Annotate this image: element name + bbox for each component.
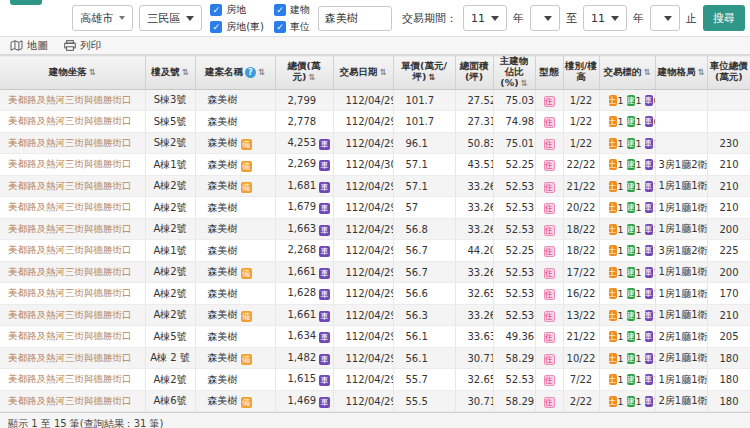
- total-price-value: 1,679: [288, 201, 317, 212]
- note-badge-icon[interactable]: 備: [241, 268, 252, 279]
- cell-building-unit: A棟2號: [145, 261, 195, 283]
- cell-location[interactable]: 美都路及熱河三街與德勝街口: [0, 175, 145, 197]
- search-button[interactable]: 搜尋: [703, 5, 745, 31]
- print-button[interactable]: 列印: [64, 39, 101, 53]
- column-header[interactable]: 建物格局⇅: [655, 56, 707, 90]
- note-badge-icon[interactable]: 備: [241, 354, 252, 365]
- cell-unit-price: 56.8: [393, 218, 455, 240]
- building-badge-icon: 建: [627, 116, 635, 127]
- cell-location[interactable]: 美都路及熱河三街與德勝街口: [0, 89, 145, 111]
- cell-total-price: 1,661車: [275, 261, 333, 283]
- to-month-select[interactable]: [650, 5, 680, 31]
- chevron-down-icon: [186, 16, 194, 21]
- note-badge-icon[interactable]: 備: [241, 161, 252, 172]
- land-badge-icon: 土: [609, 224, 617, 235]
- cell-total-area: 33.26: [455, 261, 493, 283]
- cell-location[interactable]: 美都路及熱河三街與德勝街口: [0, 369, 145, 391]
- transaction-targets: 土1建1車1: [603, 331, 652, 342]
- cell-location[interactable]: 美都路及熱河三街與德勝街口: [0, 111, 145, 133]
- chevron-down-icon: [544, 16, 552, 21]
- total-price-value: 1,661: [288, 309, 317, 320]
- from-month-select[interactable]: [530, 5, 560, 31]
- checkbox-building[interactable]: ✓ 建物: [274, 3, 310, 17]
- cell-layout: 2房1廳1衛: [655, 390, 707, 412]
- building-count: 1: [636, 202, 642, 213]
- table-body: 美都路及熱河三街與德勝街口S棟3號森美樹2,799112/04/29101.72…: [0, 89, 750, 412]
- cell-main-building-ratio: 52.53: [493, 261, 535, 283]
- column-header[interactable]: 建物坐落⇅: [0, 56, 145, 90]
- cell-location[interactable]: 美都路及熱河三街與德勝街口: [0, 304, 145, 326]
- total-price-value: 2,268: [288, 244, 317, 255]
- cell-building-type: 住: [535, 369, 563, 391]
- cell-building-type: 住: [535, 111, 563, 133]
- cell-main-building-ratio: 75.03: [493, 89, 535, 111]
- column-header[interactable]: 主建物 佔比(%)⇅: [493, 56, 535, 90]
- note-badge-icon[interactable]: 備: [241, 182, 252, 193]
- note-badge-icon[interactable]: 備: [241, 139, 252, 150]
- checkbox-label: 房地(車): [226, 20, 264, 34]
- cell-floor: 7/22: [563, 369, 599, 391]
- column-header[interactable]: 交易標的⇅: [599, 56, 655, 90]
- checkbox-housing-car[interactable]: ✓ 房地(車): [210, 20, 264, 34]
- chevron-down-icon: [664, 16, 672, 21]
- cell-location[interactable]: 美都路及熱河三街與德勝街口: [0, 326, 145, 348]
- cell-transaction-date: 112/04/29: [333, 347, 393, 369]
- column-header[interactable]: 樓及號⇅: [145, 56, 195, 90]
- checkbox-checked-icon: ✓: [210, 21, 222, 33]
- cell-building-type: 住: [535, 218, 563, 240]
- cell-layout: 2房1廳1衛: [655, 347, 707, 369]
- to-year-select[interactable]: 11: [583, 5, 627, 31]
- checkbox-housing[interactable]: ✓ 房地: [210, 3, 264, 17]
- note-badge-icon[interactable]: 備: [241, 397, 252, 408]
- cell-location[interactable]: 美都路及熱河三街與德勝街口: [0, 261, 145, 283]
- column-header-label: 樓別/樓高: [565, 60, 597, 82]
- transaction-targets: 土1建1車1: [603, 202, 652, 213]
- cell-transaction-targets: 土1建1車1: [599, 132, 655, 154]
- cell-building-type: 住: [535, 89, 563, 111]
- from-year-select[interactable]: 11: [463, 5, 507, 31]
- cell-main-building-ratio: 75.01: [493, 132, 535, 154]
- cell-location[interactable]: 美都路及熱河三街與德勝街口: [0, 240, 145, 262]
- cell-transaction-date: 112/04/29: [333, 111, 393, 133]
- note-badge-icon[interactable]: 備: [241, 311, 252, 322]
- land-count: 1: [618, 95, 624, 106]
- building-badge-icon: 建: [627, 310, 635, 321]
- car-included-badge-icon: 車: [319, 332, 330, 343]
- project-name: 森美樹: [208, 309, 238, 320]
- residential-type-badge-icon: 住: [544, 203, 555, 214]
- table-row: 美都路及熱河三街與德勝街口S棟5號森美樹2,778112/04/29101.72…: [0, 111, 750, 133]
- cell-location[interactable]: 美都路及熱河三街與德勝街口: [0, 347, 145, 369]
- column-header[interactable]: 總價(萬元)⇅: [275, 56, 333, 90]
- cell-layout: 1房1廳1衛: [655, 175, 707, 197]
- table-row: 美都路及熱河三街與德勝街口A棟1號森美樹備2,269車112/04/3057.1…: [0, 154, 750, 176]
- district-select[interactable]: 三民區: [139, 5, 202, 31]
- cell-total-area: 50.83: [455, 132, 493, 154]
- building-count: 1: [636, 310, 642, 321]
- cell-project-name: 森美樹: [195, 240, 275, 262]
- end-label: 止: [686, 11, 697, 26]
- cell-transaction-targets: 土1建1車1: [599, 154, 655, 176]
- building-count: 1: [636, 245, 642, 256]
- transaction-targets: 土1建1車1: [603, 224, 652, 235]
- column-header[interactable]: 單價(萬元/坪)⇅: [393, 56, 455, 90]
- cell-transaction-date: 112/04/29: [333, 175, 393, 197]
- help-icon[interactable]: ?: [245, 67, 256, 78]
- map-button[interactable]: 地圖: [10, 39, 48, 53]
- to-label: 至: [566, 11, 577, 26]
- column-header[interactable]: 建案名稱?⇅: [195, 56, 275, 90]
- cell-location[interactable]: 美都路及熱河三街與德勝街口: [0, 218, 145, 240]
- city-select[interactable]: 高雄市: [72, 5, 133, 31]
- car-included-badge-icon: 車: [319, 139, 330, 150]
- checkbox-parking[interactable]: ✓ 車位: [274, 20, 310, 34]
- table-row: 美都路及熱河三街與德勝街口A棟1號森美樹2,268車112/04/2956.74…: [0, 240, 750, 262]
- cell-transaction-date: 112/04/29: [333, 283, 393, 305]
- keyword-input[interactable]: [318, 6, 392, 31]
- cell-location[interactable]: 美都路及熱河三街與德勝街口: [0, 132, 145, 154]
- column-header[interactable]: 交易日期⇅: [333, 56, 393, 90]
- cell-location[interactable]: 美都路及熱河三街與德勝街口: [0, 390, 145, 412]
- cell-location[interactable]: 美都路及熱河三街與德勝街口: [0, 154, 145, 176]
- table-row: 美都路及熱河三街與德勝街口S棟2號森美樹備4,253車112/04/2996.1…: [0, 132, 750, 154]
- cell-floor: 20/22: [563, 197, 599, 219]
- cell-location[interactable]: 美都路及熱河三街與德勝街口: [0, 197, 145, 219]
- cell-location[interactable]: 美都路及熱河三街與德勝街口: [0, 283, 145, 305]
